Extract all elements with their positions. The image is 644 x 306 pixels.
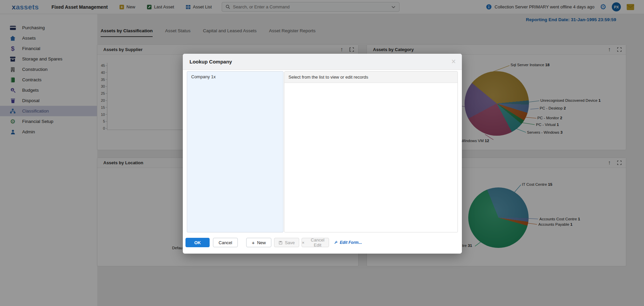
record-detail-pane: Select from the list to view or edit rec… (284, 71, 458, 232)
lookup-company-dialog: Lookup Company × Company 1x Select from … (183, 54, 462, 254)
company-list: Company 1x (187, 71, 283, 232)
list-item[interactable]: Company 1x (187, 72, 283, 82)
plus-icon: + (252, 240, 255, 246)
close-icon[interactable]: × (451, 58, 456, 65)
save-icon (278, 241, 283, 245)
dialog-title: Lookup Company (190, 59, 232, 64)
dialog-header: Lookup Company × (183, 54, 462, 70)
new-button[interactable]: +New (246, 238, 271, 247)
ok-button[interactable]: OK (185, 238, 210, 247)
edit-form-link[interactable]: Edit Form... (334, 240, 362, 245)
dialog-footer: OK Cancel +New Save ×Cancel Edit Edit Fo… (185, 238, 362, 247)
cancel-button[interactable]: Cancel (213, 238, 238, 247)
cancel-edit-button[interactable]: ×Cancel Edit (302, 238, 329, 247)
save-button[interactable]: Save (274, 238, 299, 247)
detail-pane-header: Select from the list to view or edit rec… (284, 72, 458, 83)
wrench-icon (334, 241, 338, 245)
x-icon: × (302, 240, 305, 245)
